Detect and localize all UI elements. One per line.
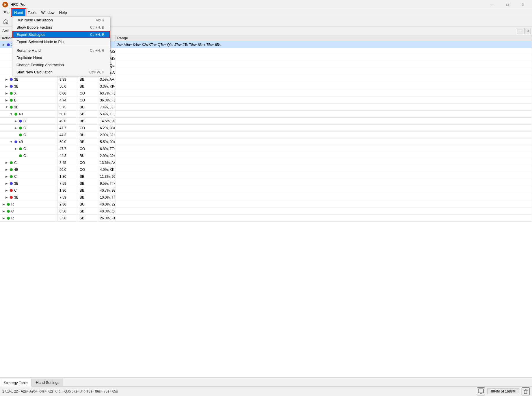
tab-strategy-table[interactable]: Strategy Table [0,379,31,386]
expand-btn-r25[interactable]: ▶ [2,216,6,220]
dot-r7 [10,92,13,95]
action-text-r22: 3B [14,195,18,199]
table-row[interactable]: ▶ C 3.45 CO 13.6%, AA TT 88-22 AQs-A9s A… [0,159,532,166]
cell-pos-r22: 10.0%, TT+ 88 AQs+ A9s ATo+ Q8s Q3s JTs … [98,194,116,201]
menu-start-new-calc-shortcut: Ctrl+W, H [89,70,104,74]
menu-hand[interactable]: Hand [12,9,25,16]
expand-btn-r6[interactable]: ▶ [5,84,9,88]
table-row[interactable]: ▼ 3B 5.75 BU 7.4%, JJ+ 44 AQs A7s AKo AT… [0,104,532,111]
cell-pos-r11: 14.5%, 99+ 77 22 ATs+ A4s-A3s AKo AJo A9… [98,118,116,124]
cell-freq-r22: BB [78,194,98,201]
menu-rename-hand[interactable]: Rename Hand Ctrl+H, R [12,47,110,54]
window-controls: — □ ✕ [485,0,530,9]
expand-btn-r22[interactable]: ▶ [5,195,9,199]
table-row[interactable]: ▶ C 1.30 BB 40.7%, 99 77-22 AJs-ATs A8s-… [0,187,532,194]
table-row[interactable]: ▶ C 44.3 BU 2.9%, JJ+ AQs AKo [0,132,532,138]
menu-export-node[interactable]: Export Selected Node to Pio [12,38,110,45]
menu-run-nash[interactable]: Run Nash Calculation Alt+R [12,16,110,24]
cell-freq-r23: BU [78,201,98,208]
menu-start-new-calc[interactable]: Start New Calculation Ctrl+W, H [12,69,110,76]
table-row[interactable]: ▶ 3B 50.0 BB 3.3%, KK-QQ 88 AJs-ATs QJs [0,83,532,90]
expand-btn-r20[interactable]: ▶ [5,182,9,186]
dot-r8 [10,99,13,102]
table-row[interactable]: ▶ 3B 9.89 BB 3.5%, AA JJ-99 AQs+ A7s AKo [0,76,532,83]
cell-action-r19: ▶ C [0,173,58,180]
cell-action-r23: ▶ R [0,201,58,208]
hand-dropdown-menu: Run Nash Calculation Alt+R Show Bubble F… [12,16,110,76]
cell-ev-r10: 50.0 [58,111,78,117]
toolbar-home-btn[interactable] [1,17,10,26]
cell-action-r11: ▶ C [0,118,58,124]
maximize-button[interactable]: □ [501,0,514,9]
tab-hand-settings[interactable]: Hand Settings [32,379,63,386]
menu-help[interactable]: Help [57,9,69,16]
expand-btn-r8[interactable]: ▶ [5,98,9,102]
table-row[interactable]: ▶ C 1.80 SB 11.3%, 99-22 AQs-AJs A9s A5s… [0,173,532,180]
expand-btn-r18[interactable]: ▶ [5,168,9,172]
expand-btn-r24[interactable]: ▶ [2,209,6,213]
table-row[interactable]: ▶ C 47.7 CO 6.2%, 88+ AKs ATs A8s AKo KQ… [0,125,532,132]
expand-btn-r7[interactable]: ▶ [5,91,9,95]
tree-table[interactable]: Action EV Freq% Pos Range ▶ X 2s+ A9o+ K… [0,35,532,378]
close-button[interactable]: ✕ [516,0,530,9]
menu-rename-hand-label: Rename Hand [16,48,41,53]
expand-btn-r23[interactable]: ▶ [2,202,6,206]
table-row[interactable]: ▶ C 47.7 CO 6.8%, TT+ ATs+ AKo KQs JTs [0,145,532,152]
expand-btn-r14[interactable]: ▼ [9,140,13,144]
expand-btn-r21[interactable]: ▶ [5,188,9,193]
toolbar-maximize-btn[interactable]: □ [524,28,531,34]
cell-freq-r9: BU [78,104,98,110]
cell-ev-r5: 9.89 [58,76,78,83]
table-row[interactable]: ▶ C 0.50 SB 40.3%, QQ-JJ 99 77 55-22 AJs… [0,208,532,215]
table-row[interactable]: ▼ 4B 50.0 SB 5.4%, TT+ AQs+ ATs AKo [0,111,532,118]
table-row[interactable]: ▶ R 2.30 BU 40.0%, 22+ A2s+ A4o+ K2s+ K8… [0,201,532,208]
cell-pos-r24: 40.3%, QQ-JJ 99 77 55-22 AJs A4s-A3s AQo… [98,208,116,214]
table-row[interactable]: ▶ 3B 7.59 BB 10.0%, TT+ 88 AQs+ A9s ATo+… [0,194,532,201]
status-icon-btn[interactable] [477,387,485,395]
expand-btn-r11[interactable]: ▶ [14,119,18,123]
minimize-button[interactable]: — [485,0,498,9]
expand-btn-r12[interactable]: ▶ [14,126,18,130]
menu-tools[interactable]: Tools [25,9,39,16]
menu-duplicate-hand[interactable]: Duplicate Hand [12,54,110,61]
title-bar: H HRC Pro — □ ✕ [0,0,532,9]
expand-btn-r9[interactable]: ▼ [5,105,9,109]
menu-export-strategies[interactable]: Export Strategies Ctrl+H, E [12,31,110,38]
dot-r10 [14,113,17,116]
expand-btn-0[interactable]: ▶ [2,43,6,47]
table-row[interactable]: ▶ 4B 50.0 CO 4.0%, KK-JJ 99 AKs A5s AKo [0,166,532,173]
cell-freq-r15: CO [78,145,98,152]
cell-action-r20: ▶ 3B [0,180,58,187]
cell-range-r7 [116,90,532,97]
cell-range-r1 [116,48,532,55]
status-monitor-icon [478,388,484,395]
cell-freq-r21: BB [78,187,98,194]
table-row[interactable]: ▶ C 44.3 BU 2.9%, JJ+ AQs AKo [0,152,532,159]
cell-action-r7: ▶ X [0,90,58,97]
table-row[interactable]: ▶ B 4.74 CO 36.3%, FLOP (avg.) [0,97,532,104]
table-row[interactable]: ▶ 3B 7.59 SB 9.5%, TT+ AKs ATs A2s AQo+ … [0,180,532,187]
trash-icon [523,388,529,394]
table-row[interactable]: ▶ X 0.00 CO 63.7%, FLOP (avg.) [0,90,532,97]
expand-btn-r19[interactable]: ▶ [5,175,9,179]
toolbar-minimize-btn[interactable]: — [517,28,523,34]
action-text-r8: B [14,98,16,102]
menu-window[interactable]: Window [39,9,57,16]
expand-btn-r10[interactable]: ▼ [9,112,13,116]
expand-btn-r17[interactable]: ▶ [5,161,9,165]
cell-action-r21: ▶ C [0,187,58,194]
action-text-r23: R [11,202,14,206]
cell-ev-r15: 47.7 [58,145,78,152]
menu-file[interactable]: File [1,9,12,16]
expand-btn-r15[interactable]: ▶ [14,147,18,151]
cell-freq-r6: BB [78,83,98,90]
cell-freq-r20: SB [78,180,98,187]
table-row[interactable]: ▶ C 49.0 BB 14.5%, 99+ 77 22 ATs+ A4s-A3… [0,118,532,125]
trash-button[interactable] [522,387,530,395]
table-row[interactable]: ▶ R 3.50 SB 26.3%, KK+ TT 88 66 AQs+ ATs… [0,215,532,222]
menu-change-postflop[interactable]: Change Postflop Abstraction [12,61,110,69]
cell-range-r22 [116,194,532,201]
expand-btn-r5[interactable]: ▶ [5,77,9,82]
table-row[interactable]: ▼ 4B 50.0 BB 5.5%, 99+ AQs+ A9s-A8s AKo [0,138,532,145]
menu-show-bubble[interactable]: Show Bubble Factors Ctrl+H, B [12,24,110,31]
